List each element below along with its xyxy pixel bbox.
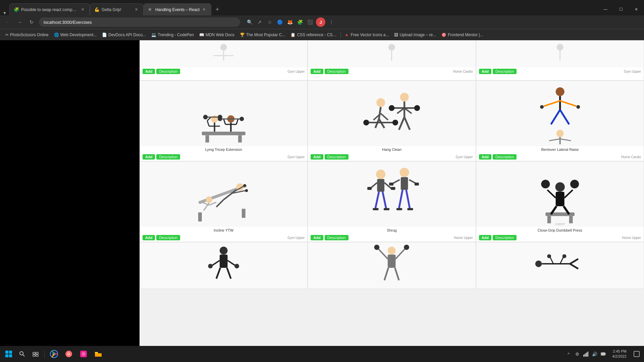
restore-button[interactable]: ☐ — [613, 3, 629, 15]
exercise-name: Bentover Lateral Raise — [476, 146, 644, 153]
bookmark-mdn[interactable]: 📖 MDN Web Docs — [197, 31, 237, 39]
svg-point-0 — [220, 44, 227, 51]
profile-icon-placeholder[interactable]: ⬛ — [306, 18, 314, 26]
extension-icon1[interactable]: 🔵 — [276, 18, 284, 26]
bookmark-cssref[interactable]: 📋 CSS reference - CSS... — [288, 31, 340, 39]
tab-handling-events[interactable]: ⚛ Handling Events – React ✕ — [144, 3, 211, 15]
svg-line-116 — [384, 268, 388, 280]
svg-line-38 — [405, 117, 410, 130]
bookmark-mostpopular[interactable]: 🏆 The Most Popular C... — [237, 31, 288, 39]
description-button[interactable]: Description — [156, 235, 180, 240]
svg-point-123 — [562, 254, 566, 258]
svg-line-120 — [550, 257, 553, 264]
extension-icon2[interactable]: 🦊 — [286, 18, 294, 26]
description-button[interactable]: Description — [156, 69, 180, 74]
bookmark-label: CSS reference - CSS... — [297, 33, 337, 37]
tray-battery-icon[interactable] — [600, 351, 607, 357]
add-button[interactable]: Add — [479, 235, 491, 240]
taskbar-divider — [44, 350, 45, 358]
taskview-taskbar-icon[interactable]: G — [62, 347, 75, 361]
profile-avatar[interactable]: J — [316, 17, 325, 27]
add-button[interactable]: Add — [143, 154, 155, 160]
bookmark-icon[interactable]: ☆ — [266, 18, 274, 26]
add-button[interactable]: Add — [143, 69, 155, 74]
svg-line-104 — [212, 260, 220, 265]
exercise-card-shrug: Shrug Add Description Home Upper — [308, 161, 476, 242]
search-zoom-icon[interactable]: 🔍 — [246, 18, 254, 26]
tray-network-icon[interactable] — [583, 351, 589, 357]
svg-point-64 — [243, 184, 246, 187]
description-button[interactable]: Description — [493, 154, 517, 160]
svg-line-37 — [399, 117, 405, 130]
svg-point-102 — [220, 247, 228, 255]
tab3-close[interactable]: ✕ — [202, 7, 207, 12]
browser-chrome: ▼ 🧩 Possible to swap react compone... ✕ … — [0, 0, 644, 40]
description-button[interactable]: Description — [325, 154, 348, 160]
description-button[interactable]: Description — [156, 154, 180, 160]
tray-up-icon[interactable]: ^ — [565, 351, 572, 357]
close-button[interactable]: ✕ — [629, 3, 644, 15]
svg-line-21 — [224, 119, 225, 124]
svg-point-65 — [245, 189, 248, 192]
tab2-close[interactable]: ✕ — [134, 7, 139, 12]
add-button[interactable]: Add — [311, 235, 323, 240]
minimize-button[interactable]: — — [598, 3, 613, 15]
svg-line-40 — [405, 108, 412, 113]
bookmark-codepen[interactable]: 💻 Trending - CodePen — [149, 31, 197, 39]
exercise-name: Incline YTW — [140, 227, 307, 234]
description-button[interactable]: Description — [325, 235, 348, 240]
add-button[interactable]: Add — [311, 69, 323, 74]
exercise-image — [476, 242, 644, 289]
btn-group: Add Description — [479, 154, 517, 160]
add-button[interactable]: Add — [479, 154, 491, 160]
bookmark-favicon: 🌐 — [54, 33, 59, 37]
search-button[interactable] — [16, 348, 28, 360]
notification-button[interactable] — [632, 349, 641, 359]
chrome-taskbar-icon[interactable] — [47, 347, 61, 361]
creative-app-icon[interactable] — [77, 347, 90, 361]
svg-point-99 — [541, 180, 550, 188]
forward-button[interactable]: → — [15, 17, 24, 27]
exercise-card-incline-ytw: Incline YTW Add Description Gym Upper — [140, 161, 308, 242]
svg-line-112 — [379, 249, 388, 259]
extensions-button[interactable]: 🧩 — [296, 18, 304, 26]
exercise-grid: Add Description Gym Upper Add Desc — [140, 40, 644, 289]
exercise-footer: Add Description Home Cardio — [476, 153, 644, 161]
exercise-name: Close-Grip Dumbbell Press — [476, 227, 644, 234]
svg-point-48 — [540, 105, 544, 109]
tab-possible-swap[interactable]: 🧩 Possible to swap react compone... ✕ — [9, 3, 90, 15]
address-input[interactable] — [39, 17, 240, 27]
tray-volume-icon[interactable]: 🔊 — [591, 351, 598, 357]
svg-line-13 — [207, 121, 209, 126]
add-button[interactable]: Add — [311, 154, 323, 160]
system-clock[interactable]: 2:45 PM 4/2/2022 — [609, 349, 629, 359]
start-button[interactable] — [3, 348, 15, 360]
bookmark-freevector[interactable]: 🔺 Free Vector Icons a... — [341, 31, 391, 39]
tab1-close[interactable]: ✕ — [80, 7, 86, 12]
add-button[interactable]: Add — [143, 235, 155, 240]
menu-button[interactable]: ⋮ — [327, 18, 335, 26]
tab-overflow[interactable]: ▼ — [0, 11, 9, 15]
reload-button[interactable]: ↻ — [27, 17, 36, 27]
bookmark-devdocs[interactable]: 📄 DevDocs API Docu... — [99, 31, 149, 39]
folder-icon[interactable] — [92, 347, 105, 361]
task-view-button[interactable] — [30, 348, 42, 360]
bookmark-frontendmentor[interactable]: 🎯 Frontend Mentor |... — [439, 31, 486, 39]
back-button[interactable]: ← — [3, 17, 12, 27]
bookmark-photoscissors[interactable]: ✂ PhotoScissors Online — [3, 31, 51, 39]
share-icon[interactable]: ↗ — [256, 18, 264, 26]
description-button[interactable]: Description — [325, 69, 348, 74]
exercise-image — [476, 81, 644, 146]
add-button[interactable]: Add — [479, 69, 491, 74]
bookmark-webdev[interactable]: 🌐 Web Development... — [51, 31, 100, 39]
description-button[interactable]: Description — [493, 69, 517, 74]
tab-getta-grip[interactable]: 💪 Getta Grip! ✕ — [90, 3, 144, 15]
system-tray: ^ ⚙ 🔊 — [565, 351, 607, 357]
tray-settings-icon[interactable]: ⚙ — [574, 351, 581, 357]
description-button[interactable]: Description — [493, 235, 517, 240]
svg-line-50 — [551, 110, 560, 124]
new-tab-button[interactable]: + — [211, 3, 223, 15]
exercise-image — [140, 242, 307, 289]
svg-rect-135 — [36, 355, 38, 356]
bookmark-upload[interactable]: 🖼 Upload Image – re... — [391, 31, 439, 39]
